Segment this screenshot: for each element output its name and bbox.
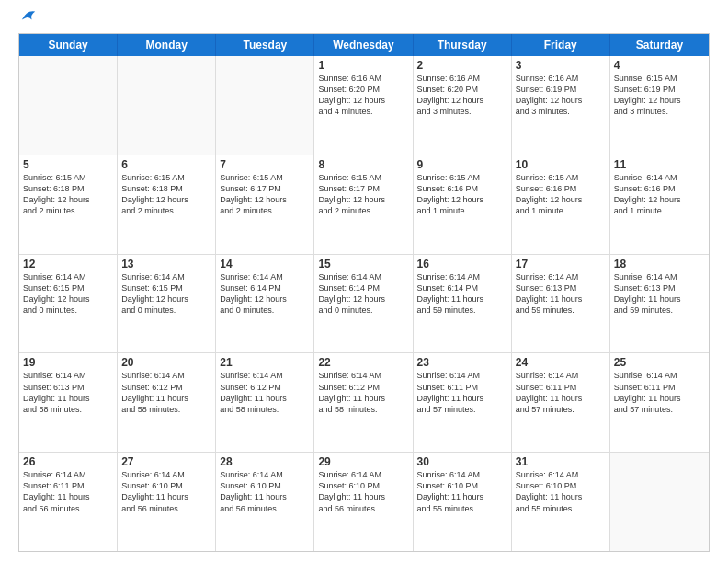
calendar-cell xyxy=(216,56,314,155)
day-number: 3 xyxy=(516,59,606,72)
day-info: Sunrise: 6:14 AM Sunset: 6:10 PM Dayligh… xyxy=(220,469,310,514)
day-info: Sunrise: 6:15 AM Sunset: 6:18 PM Dayligh… xyxy=(23,172,113,217)
day-info: Sunrise: 6:15 AM Sunset: 6:16 PM Dayligh… xyxy=(417,172,507,217)
calendar-cell: 12Sunrise: 6:14 AM Sunset: 6:15 PM Dayli… xyxy=(19,255,118,353)
calendar-cell: 26Sunrise: 6:14 AM Sunset: 6:11 PM Dayli… xyxy=(19,453,118,551)
calendar-cell: 25Sunrise: 6:14 AM Sunset: 6:11 PM Dayli… xyxy=(610,353,709,452)
calendar-cell: 31Sunrise: 6:14 AM Sunset: 6:10 PM Dayli… xyxy=(512,453,610,551)
day-info: Sunrise: 6:14 AM Sunset: 6:13 PM Dayligh… xyxy=(23,370,113,415)
header-day-tuesday: Tuesday xyxy=(216,34,314,56)
calendar-cell: 27Sunrise: 6:14 AM Sunset: 6:10 PM Dayli… xyxy=(118,453,216,551)
calendar-cell: 20Sunrise: 6:14 AM Sunset: 6:12 PM Dayli… xyxy=(118,353,216,452)
calendar-cell: 23Sunrise: 6:14 AM Sunset: 6:11 PM Dayli… xyxy=(414,353,512,452)
day-number: 29 xyxy=(318,455,408,468)
day-info: Sunrise: 6:14 AM Sunset: 6:12 PM Dayligh… xyxy=(318,370,408,415)
calendar-cell: 10Sunrise: 6:15 AM Sunset: 6:16 PM Dayli… xyxy=(512,155,610,254)
calendar-cell: 1Sunrise: 6:16 AM Sunset: 6:20 PM Daylig… xyxy=(314,56,413,155)
day-info: Sunrise: 6:14 AM Sunset: 6:10 PM Dayligh… xyxy=(318,469,408,514)
calendar-row-3: 19Sunrise: 6:14 AM Sunset: 6:13 PM Dayli… xyxy=(19,353,709,453)
calendar-cell: 3Sunrise: 6:16 AM Sunset: 6:19 PM Daylig… xyxy=(512,56,610,155)
day-number: 10 xyxy=(516,158,606,171)
day-info: Sunrise: 6:14 AM Sunset: 6:11 PM Dayligh… xyxy=(516,370,606,415)
calendar-cell: 24Sunrise: 6:14 AM Sunset: 6:11 PM Dayli… xyxy=(512,353,610,452)
day-number: 2 xyxy=(417,59,507,72)
day-number: 30 xyxy=(417,455,507,468)
day-info: Sunrise: 6:16 AM Sunset: 6:20 PM Dayligh… xyxy=(417,73,507,118)
day-number: 1 xyxy=(318,59,408,72)
day-number: 20 xyxy=(121,356,211,369)
calendar-cell: 29Sunrise: 6:14 AM Sunset: 6:10 PM Dayli… xyxy=(314,453,413,551)
calendar-cell: 4Sunrise: 6:15 AM Sunset: 6:19 PM Daylig… xyxy=(610,56,709,155)
day-info: Sunrise: 6:14 AM Sunset: 6:10 PM Dayligh… xyxy=(121,469,211,514)
day-number: 22 xyxy=(318,356,408,369)
day-number: 19 xyxy=(23,356,113,369)
day-number: 24 xyxy=(516,356,606,369)
calendar-cell: 13Sunrise: 6:14 AM Sunset: 6:15 PM Dayli… xyxy=(118,255,216,353)
day-number: 15 xyxy=(318,258,408,270)
day-number: 31 xyxy=(516,455,606,468)
calendar-row-2: 12Sunrise: 6:14 AM Sunset: 6:15 PM Dayli… xyxy=(19,255,709,354)
calendar-cell: 2Sunrise: 6:16 AM Sunset: 6:20 PM Daylig… xyxy=(414,56,512,155)
day-number: 9 xyxy=(417,158,507,171)
day-info: Sunrise: 6:14 AM Sunset: 6:11 PM Dayligh… xyxy=(614,370,705,415)
logo xyxy=(18,15,37,24)
day-info: Sunrise: 6:14 AM Sunset: 6:12 PM Dayligh… xyxy=(220,370,310,415)
calendar-cell: 15Sunrise: 6:14 AM Sunset: 6:14 PM Dayli… xyxy=(314,255,413,353)
calendar-cell: 14Sunrise: 6:14 AM Sunset: 6:14 PM Dayli… xyxy=(216,255,314,353)
day-info: Sunrise: 6:14 AM Sunset: 6:10 PM Dayligh… xyxy=(417,469,507,514)
day-number: 6 xyxy=(121,158,211,171)
day-info: Sunrise: 6:14 AM Sunset: 6:14 PM Dayligh… xyxy=(417,271,507,316)
day-number: 14 xyxy=(220,258,310,270)
calendar-body: 1Sunrise: 6:16 AM Sunset: 6:20 PM Daylig… xyxy=(19,56,709,551)
calendar-cell: 16Sunrise: 6:14 AM Sunset: 6:14 PM Dayli… xyxy=(414,255,512,353)
logo-bird-icon xyxy=(20,7,37,24)
day-number: 7 xyxy=(220,158,310,171)
day-number: 17 xyxy=(516,258,606,270)
day-info: Sunrise: 6:15 AM Sunset: 6:17 PM Dayligh… xyxy=(318,172,408,217)
day-info: Sunrise: 6:15 AM Sunset: 6:17 PM Dayligh… xyxy=(220,172,310,217)
calendar-cell: 7Sunrise: 6:15 AM Sunset: 6:17 PM Daylig… xyxy=(216,155,314,254)
calendar-cell: 11Sunrise: 6:14 AM Sunset: 6:16 PM Dayli… xyxy=(610,155,709,254)
day-number: 8 xyxy=(318,158,408,171)
day-number: 28 xyxy=(220,455,310,468)
day-number: 27 xyxy=(121,455,211,468)
day-number: 11 xyxy=(614,158,705,171)
day-info: Sunrise: 6:14 AM Sunset: 6:12 PM Dayligh… xyxy=(121,370,211,415)
day-number: 26 xyxy=(23,455,113,468)
calendar-cell: 9Sunrise: 6:15 AM Sunset: 6:16 PM Daylig… xyxy=(414,155,512,254)
day-info: Sunrise: 6:14 AM Sunset: 6:13 PM Dayligh… xyxy=(516,271,606,316)
header-day-friday: Friday xyxy=(512,34,610,56)
day-info: Sunrise: 6:15 AM Sunset: 6:19 PM Dayligh… xyxy=(614,73,705,118)
header-day-sunday: Sunday xyxy=(19,34,118,56)
calendar-cell: 21Sunrise: 6:14 AM Sunset: 6:12 PM Dayli… xyxy=(216,353,314,452)
day-info: Sunrise: 6:14 AM Sunset: 6:11 PM Dayligh… xyxy=(417,370,507,415)
calendar-cell: 5Sunrise: 6:15 AM Sunset: 6:18 PM Daylig… xyxy=(19,155,118,254)
calendar-row-0: 1Sunrise: 6:16 AM Sunset: 6:20 PM Daylig… xyxy=(19,56,709,155)
day-info: Sunrise: 6:14 AM Sunset: 6:14 PM Dayligh… xyxy=(220,271,310,316)
calendar-cell: 18Sunrise: 6:14 AM Sunset: 6:13 PM Dayli… xyxy=(610,255,709,353)
day-info: Sunrise: 6:16 AM Sunset: 6:19 PM Dayligh… xyxy=(516,73,606,118)
day-number: 23 xyxy=(417,356,507,369)
calendar-row-1: 5Sunrise: 6:15 AM Sunset: 6:18 PM Daylig… xyxy=(19,155,709,255)
day-info: Sunrise: 6:15 AM Sunset: 6:18 PM Dayligh… xyxy=(121,172,211,217)
calendar-cell: 30Sunrise: 6:14 AM Sunset: 6:10 PM Dayli… xyxy=(414,453,512,551)
header xyxy=(18,15,710,24)
calendar-cell xyxy=(118,56,216,155)
header-day-thursday: Thursday xyxy=(414,34,512,56)
calendar-cell xyxy=(610,453,709,551)
day-info: Sunrise: 6:14 AM Sunset: 6:14 PM Dayligh… xyxy=(318,271,408,316)
day-number: 12 xyxy=(23,258,113,270)
day-info: Sunrise: 6:14 AM Sunset: 6:15 PM Dayligh… xyxy=(23,271,113,316)
calendar-cell: 22Sunrise: 6:14 AM Sunset: 6:12 PM Dayli… xyxy=(314,353,413,452)
calendar-row-4: 26Sunrise: 6:14 AM Sunset: 6:11 PM Dayli… xyxy=(19,453,709,551)
day-number: 21 xyxy=(220,356,310,369)
day-info: Sunrise: 6:16 AM Sunset: 6:20 PM Dayligh… xyxy=(318,73,408,118)
day-number: 13 xyxy=(121,258,211,270)
day-number: 16 xyxy=(417,258,507,270)
day-info: Sunrise: 6:14 AM Sunset: 6:15 PM Dayligh… xyxy=(121,271,211,316)
day-number: 5 xyxy=(23,158,113,171)
page: SundayMondayTuesdayWednesdayThursdayFrid… xyxy=(0,0,728,563)
header-day-wednesday: Wednesday xyxy=(314,34,413,56)
calendar-cell: 19Sunrise: 6:14 AM Sunset: 6:13 PM Dayli… xyxy=(19,353,118,452)
day-info: Sunrise: 6:14 AM Sunset: 6:16 PM Dayligh… xyxy=(614,172,705,217)
